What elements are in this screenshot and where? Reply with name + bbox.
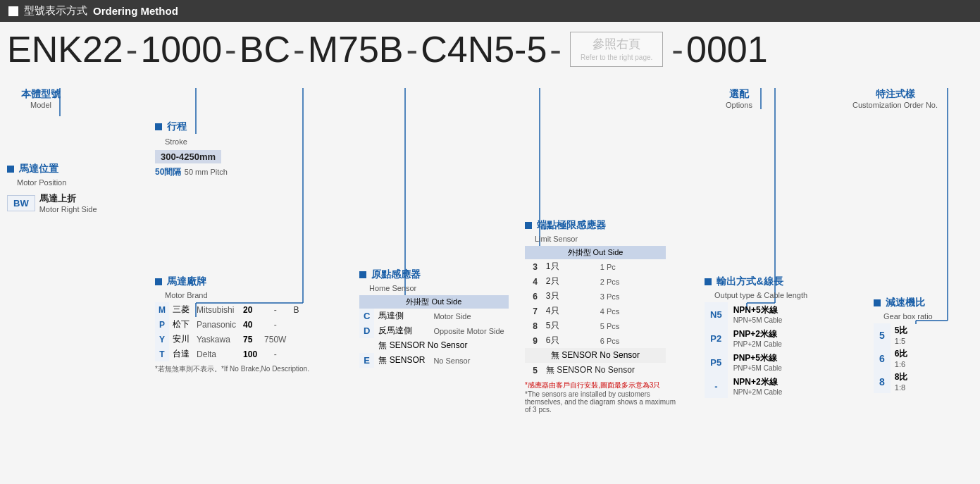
- home-sensor-en: Home Sensor: [369, 284, 509, 292]
- home-en-3: No Sensor: [429, 353, 508, 368]
- home-sensor-section: 原點感應器 Home Sensor 外掛型 Out Side C 馬達側 Mot…: [359, 268, 509, 368]
- limit-row-2: 6 3只 3 Pcs: [525, 289, 666, 304]
- label-model: 本體型號 Model: [21, 88, 61, 109]
- motor-suffix-1: [290, 317, 302, 332]
- limit-num-5: 9: [525, 333, 542, 348]
- limit-note-en: *The sensors are installed by customers …: [525, 390, 680, 414]
- home-code-1: D: [359, 323, 374, 338]
- limit-num-5b: 5: [525, 363, 542, 378]
- limit-en-4: 5 Pcs: [596, 318, 666, 333]
- home-cn-3: 無 SENSOR: [374, 353, 429, 368]
- out-row-2: P5 PNP+5米線 PNP+5M Cable: [705, 350, 788, 374]
- output-type-section: 輸出方式&線長 Output type & Cable length N5 NP…: [705, 275, 807, 398]
- limit-cn-3: 4只: [542, 304, 596, 318]
- motor-row-0: M 三菱 Mitsubishi 20 - B: [155, 302, 302, 317]
- stroke-label-cn: 行程: [167, 120, 187, 132]
- home-sensor-row-0: C 馬達側 Motor Side: [359, 309, 509, 323]
- model-part-bc: BC: [240, 28, 290, 70]
- home-no-sensor-label: 無 SENSOR No Sensor: [374, 338, 508, 353]
- gearbox-cn: 減速機比: [886, 297, 925, 308]
- home-sensor-cn: 原點感應器: [371, 268, 421, 280]
- limit-note-red: *感應器由客戶自行安裝,圖面最多示意為3只: [525, 380, 680, 390]
- home-code-0: C: [359, 309, 374, 323]
- home-sensor-table: 外掛型 Out Side C 馬達側 Motor Side D 反馬達側 Opp…: [359, 295, 509, 368]
- home-en-1: Opposite Motor Side: [429, 323, 508, 338]
- motor-brake-0: -: [261, 302, 290, 317]
- gear-cn-2: 8比: [895, 371, 908, 383]
- limit-num-3: 7: [525, 304, 542, 318]
- gear-en-2: 1:8: [895, 383, 908, 392]
- motor-code-1: P: [155, 317, 169, 332]
- motor-brake-2: 750W: [261, 332, 290, 347]
- motor-en-3: Delta: [193, 347, 240, 361]
- limit-5-row: 5 無 SENSOR No Sensor: [525, 363, 666, 378]
- motor-brake-3: -: [261, 347, 290, 361]
- output-cn: 輸出方式&線長: [717, 275, 783, 287]
- motor-position-section: 馬達位置 Motor Position BW 馬達上折 Motor Right …: [7, 162, 97, 213]
- model-code-row: ENK22 - 1000 - BC - M75B - C4N5-5 - 參照右頁…: [7, 28, 768, 70]
- model-part-last: 0001: [686, 28, 768, 70]
- out-cn-2: PNP+5米線: [733, 352, 783, 364]
- out-code-1: P2: [705, 326, 728, 350]
- home-sensor-row-1: D 反馬達側 Opposite Motor Side: [359, 323, 509, 338]
- motor-en-1: Panasonic: [193, 317, 240, 332]
- ref-cn: 參照右頁: [593, 37, 640, 52]
- label-custom-cn: 特注式樣: [852, 88, 938, 101]
- out-cn-0: NPN+5米線: [733, 304, 783, 316]
- gear-code-0: 5: [874, 323, 891, 347]
- label-options-en: Options: [726, 101, 752, 109]
- motor-suffix-3: [290, 347, 302, 361]
- motor-row-3: T 台達 Delta 100 -: [155, 347, 302, 361]
- out-en-2: PNP+5M Cable: [733, 364, 783, 372]
- motor-pos-en: Motor Position: [17, 178, 97, 187]
- limit-no-sensor-row: 無 SENSOR No Sensor: [525, 348, 666, 363]
- limit-sensor-en: Limit Sensor: [535, 235, 680, 243]
- gearbox-icon: [874, 299, 881, 306]
- gearbox-section: 減速機比 Gear box ratio 5 5比 1:5 6 6比 1:6 8: [874, 296, 933, 393]
- limit-en-1: 2 Pcs: [596, 274, 666, 289]
- home-sensor-out-label: 外掛型 Out Side: [359, 295, 509, 309]
- limit-cn-1: 2只: [542, 274, 596, 289]
- label-options-cn: 選配: [726, 88, 752, 101]
- limit-no-sensor-label: 無 SENSOR No Sensor: [525, 348, 666, 363]
- gear-cn-1: 6比: [895, 348, 908, 360]
- motor-brand-icon: [155, 278, 162, 285]
- motor-cn-2: 安川: [169, 332, 193, 347]
- out-code-0: N5: [705, 302, 728, 326]
- connector-lines: [0, 0, 980, 484]
- home-cn-0: 馬達側: [374, 309, 429, 323]
- motor-row-2: Y 安川 Yaskawa 75 750W: [155, 332, 302, 347]
- limit-sensor-section: 端點極限感應器 Limit Sensor 外掛型 Out Side 3 1只 1…: [525, 218, 680, 414]
- home-sensor-row-3: E 無 SENSOR No Sensor: [359, 353, 509, 368]
- out-cn-3: NPN+2米線: [733, 376, 783, 388]
- stroke-pitch: 50間隔: [155, 167, 181, 177]
- limit-row-1: 4 2只 2 Pcs: [525, 274, 666, 289]
- model-part-1000: 1000: [140, 28, 222, 70]
- motor-pos-label-en: Motor Right Side: [39, 205, 97, 213]
- gear-row-2: 8 8比 1:8: [874, 370, 912, 393]
- gearbox-table: 5 5比 1:5 6 6比 1:6 8 8比 1:8: [874, 323, 912, 393]
- header-bar: 型號表示方式 Ordering Method: [0, 0, 980, 22]
- header-title-cn: 型號表示方式: [24, 4, 87, 18]
- header-title-en: Ordering Method: [93, 5, 178, 17]
- motor-row-1: P 松下 Panasonic 40 -: [155, 317, 302, 332]
- header-square-icon: [8, 6, 18, 16]
- limit-sensor-table: 外掛型 Out Side 3 1只 1 Pc 4 2只 2 Pcs 6 3只 3…: [525, 246, 666, 378]
- output-en: Output type & Cable length: [714, 291, 807, 299]
- home-code-3: E: [359, 353, 374, 368]
- motor-brand-note: *若無煞車則不表示。*If No Brake,No Description.: [155, 364, 309, 374]
- limit-en-5: 6 Pcs: [596, 333, 666, 348]
- gear-en-1: 1:6: [895, 360, 908, 368]
- motor-val-2: 75: [240, 332, 261, 347]
- limit-num-4: 8: [525, 318, 542, 333]
- ref-button[interactable]: 參照右頁 Refer to the right page.: [570, 32, 663, 66]
- limit-num-1: 4: [525, 274, 542, 289]
- output-table: N5 NPN+5米線 NPN+5M Cable P2 PNP+2米線 PNP+2…: [705, 302, 788, 398]
- out-row-0: N5 NPN+5米線 NPN+5M Cable: [705, 302, 788, 326]
- motor-suffix-2: [290, 332, 302, 347]
- motor-brand-table: M 三菱 Mitsubishi 20 - B P 松下 Panasonic 40…: [155, 302, 302, 361]
- gear-code-1: 6: [874, 347, 891, 370]
- out-row-3: - NPN+2米線 NPN+2M Cable: [705, 374, 788, 398]
- out-code-2: P5: [705, 350, 728, 374]
- motor-val-0: 20: [240, 302, 261, 317]
